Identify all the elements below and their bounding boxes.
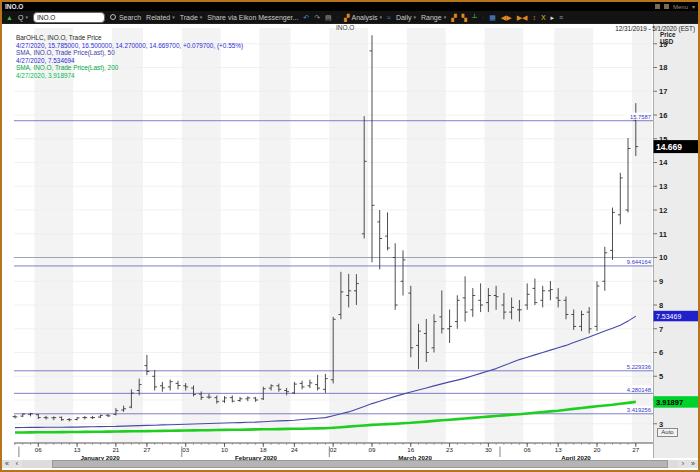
week-band xyxy=(485,28,524,443)
axis-scale-icon[interactable]: ┴ xyxy=(472,14,477,21)
price-tick-label: 11 xyxy=(659,230,667,239)
eikon-chart-window: INO.O Menu ▾ ▲ Q▾ Search Related▾ Trade▾… xyxy=(0,0,700,472)
date-tick-label: 02 xyxy=(330,446,337,453)
grid-icon[interactable]: ▦ xyxy=(489,14,496,21)
menu-button[interactable]: Menu xyxy=(673,4,688,10)
week-band xyxy=(554,28,593,443)
scrollbar-track[interactable] xyxy=(22,460,678,468)
separator-dot: · xyxy=(482,14,484,21)
date-tick-label: 21 xyxy=(112,446,119,453)
scroll-last-button[interactable]: » xyxy=(688,460,698,468)
quote-button[interactable]: Q▾ xyxy=(18,14,28,21)
price-tick-label: 18 xyxy=(659,63,667,72)
expand-vertical-icon[interactable]: ↕ xyxy=(532,14,536,21)
week-band xyxy=(112,28,143,443)
caret-down-icon: ▾ xyxy=(172,14,175,20)
legend-line: 4/27/2020, 15.785000, 16.500000, 14.2700… xyxy=(16,42,243,50)
date-tick-label: 16 xyxy=(407,446,414,453)
scrollbar-thumb[interactable] xyxy=(52,460,668,468)
range-button[interactable]: Range▾ xyxy=(421,14,446,21)
caret-down-icon: ▾ xyxy=(380,14,383,20)
price-tick-label: 9 xyxy=(659,277,663,286)
magnifier-icon xyxy=(110,14,116,20)
date-range-label: 12/31/2019 - 5/1/2020 (EST) xyxy=(615,25,695,32)
week-band xyxy=(407,28,446,443)
hourglass-icon[interactable]: X xyxy=(541,14,546,21)
share-button[interactable]: Share via Eikon Messenger... xyxy=(207,14,298,21)
price-tick-label: 5 xyxy=(659,372,663,381)
menu-lines-icon[interactable]: ≡ xyxy=(559,14,563,21)
caret-down-icon: ▾ xyxy=(444,14,447,20)
price-axis-title: Price USD xyxy=(660,31,675,45)
date-tick-label: 03 xyxy=(182,446,189,453)
chart-legend: BarOHLC, INO.O, Trade Price4/27/2020, 15… xyxy=(16,34,243,80)
date-tick-label: 13 xyxy=(74,446,81,453)
analysis-button[interactable]: ▞Analysis▾ xyxy=(344,14,382,21)
axis-value-label: 3.91897 xyxy=(656,398,683,407)
date-tick-label: 10 xyxy=(221,446,228,453)
wave-icon[interactable]: ≈ xyxy=(387,14,391,21)
price-tick-label: 13 xyxy=(659,182,667,191)
search-button[interactable]: Search xyxy=(110,14,141,21)
price-tick-label: 14 xyxy=(659,158,668,167)
undo-icon[interactable]: ↶ xyxy=(303,14,309,21)
up-arrow-icon[interactable]: ▲ xyxy=(6,14,13,21)
date-tick-label: 13 xyxy=(555,446,562,453)
price-tick-label: 16 xyxy=(659,111,667,120)
caret-down-icon: ▾ xyxy=(413,14,416,20)
compress-horizontal-icon[interactable]: ▶◀ xyxy=(517,14,528,21)
cursor-icon[interactable]: ▸ xyxy=(551,14,555,21)
symbol-search-input[interactable] xyxy=(33,12,105,23)
line-chart-icon: ▞ xyxy=(344,14,349,21)
expand-horizontal-icon[interactable]: ◀▶ xyxy=(501,14,512,21)
scroll-first-button[interactable]: « xyxy=(2,460,12,468)
price-tick-label: 8 xyxy=(659,301,663,310)
date-tick-label: 09 xyxy=(369,446,376,453)
axis-value-label: 7.53469 xyxy=(656,313,681,320)
window-titlebar[interactable]: INO.O Menu ▾ xyxy=(2,2,698,11)
week-band xyxy=(34,28,73,443)
related-button[interactable]: Related▾ xyxy=(146,14,175,21)
price-tick-label: 6 xyxy=(659,348,663,357)
interval-button[interactable]: Daily▾ xyxy=(396,14,416,21)
bar-chart-icon[interactable]: ▞ xyxy=(451,14,456,21)
caret-down-icon: ▾ xyxy=(692,3,695,10)
price-tick-label: 12 xyxy=(659,206,667,215)
window-title: INO.O xyxy=(5,2,23,11)
legend-line: SMA, INO.O, Trade Price(Last), 200 xyxy=(16,64,243,72)
scroll-next-button[interactable]: › xyxy=(678,460,688,468)
horizontal-scrollbar[interactable]: « ‹ › » xyxy=(2,460,698,468)
date-tick-label: 30 xyxy=(485,446,492,453)
date-tick-label: 27 xyxy=(143,446,150,453)
annotation-label: 5.229336 xyxy=(627,364,651,370)
price-tick-label: 10 xyxy=(659,253,667,262)
main-toolbar: ▲ Q▾ Search Related▾ Trade▾ Share via Ei… xyxy=(2,11,698,24)
chart-area: 3456789101112131415161718190613212703101… xyxy=(2,24,698,470)
separator-dot: · xyxy=(337,14,339,21)
legend-line: SMA, INO.O, Trade Price(Last), 50 xyxy=(16,49,243,57)
window-layout-icon[interactable] xyxy=(664,4,669,9)
pin-icon[interactable] xyxy=(655,4,660,9)
caret-down-icon: ▾ xyxy=(200,14,203,20)
week-band xyxy=(632,28,652,443)
legend-line: 4/27/2020, 7.534694 xyxy=(16,57,243,65)
trade-button[interactable]: Trade▾ xyxy=(180,14,203,21)
week-band xyxy=(329,28,368,443)
annotation-label: 9.644164 xyxy=(627,259,652,265)
date-tick-label: 18 xyxy=(260,446,267,453)
pages-icon[interactable]: ▤ xyxy=(325,14,332,21)
price-tick-label: 17 xyxy=(659,87,667,96)
auto-scale-button[interactable]: Auto xyxy=(657,428,678,437)
date-tick-label: 20 xyxy=(594,446,601,453)
candle-chart-icon[interactable]: ▚ xyxy=(462,14,467,21)
ohlc-bars xyxy=(13,35,639,421)
redo-icon[interactable]: ↷ xyxy=(314,14,320,21)
date-tick-label: 06 xyxy=(524,446,531,453)
caret-down-icon: ▾ xyxy=(25,14,28,20)
week-band xyxy=(182,28,221,443)
week-band xyxy=(259,28,290,443)
date-tick-label: 24 xyxy=(291,446,298,453)
legend-line: 4/27/2020, 3.918974 xyxy=(16,72,243,80)
scroll-prev-button[interactable]: ‹ xyxy=(12,460,22,468)
price-chart[interactable]: 3456789101112131415161718190613212703101… xyxy=(2,24,698,470)
